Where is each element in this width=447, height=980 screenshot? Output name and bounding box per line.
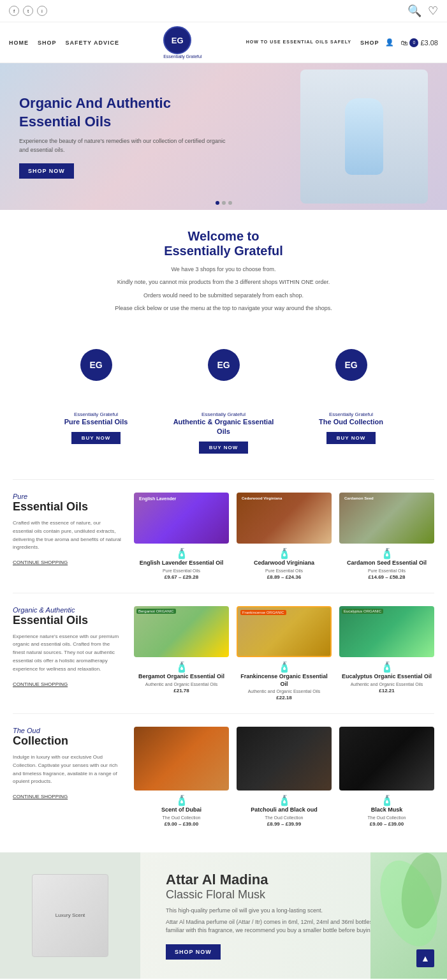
instagram-icon[interactable]: i xyxy=(37,6,47,16)
product-cedarwood: Cedarwood Virginiana 🧴 Cedarwood Virgini… xyxy=(237,493,332,580)
hero-dot-2[interactable] xyxy=(222,201,226,205)
hero-bottle-graphic xyxy=(345,98,383,175)
top-bar: f t i 🔍 ♡ xyxy=(0,0,447,22)
nav-how-to[interactable]: HOW TO USE ESSENTIAL OILS SAFELY xyxy=(246,40,351,46)
pure-title: Essential Oils xyxy=(13,500,121,514)
bergamot-organic-badge: Bergamot ORGANIC xyxy=(136,609,176,614)
cart-icon[interactable]: 🛍 0 £3.08 xyxy=(400,38,438,47)
product-bergamot: Bergamot ORGANIC 🧴 Bergamot Organic Esse… xyxy=(134,606,229,701)
cardamon-price: £14.69 – £58.28 xyxy=(339,574,434,580)
eucalyptus-name: Eucalyptus Organic Essential Oil xyxy=(339,673,434,681)
frankincense-price: £22.18 xyxy=(237,695,332,701)
product-img-cardamon[interactable]: Cardamon Seed xyxy=(339,493,434,544)
hero-shop-button[interactable]: SHOP NOW xyxy=(19,163,74,179)
nav-shop[interactable]: SHOP xyxy=(38,40,57,46)
oud-desc: Indulge in luxury with our exclusive Oud… xyxy=(13,754,121,786)
account-icon[interactable]: 👤 xyxy=(385,38,394,47)
dubai-cat: The Oud Collection xyxy=(134,815,229,820)
nav-shop-right[interactable]: SHOP xyxy=(360,40,379,46)
promo-shop-button[interactable]: SHOP NOW xyxy=(166,944,221,960)
pure-section-info: Pure Essential Oils Crafted with the ess… xyxy=(13,493,121,566)
wishlist-icon[interactable]: ♡ xyxy=(428,4,438,18)
shop-brand-2: Essentially Grateful xyxy=(166,412,281,417)
bergamot-cat: Authentic and Organic Essential Oils xyxy=(134,682,229,687)
musk-name: Black Musk xyxy=(339,806,434,814)
nav-logo[interactable]: EG Essentially Grateful xyxy=(163,26,202,59)
product-img-frankincense[interactable]: Frankincense ORGANIC xyxy=(237,606,332,657)
cardamon-label: Cardamon Seed xyxy=(342,495,376,501)
shop-card-logo-oud: EG xyxy=(323,349,380,406)
buy-oud-button[interactable]: BUY NOW xyxy=(326,432,376,444)
cart-amount: £3.08 xyxy=(420,39,438,47)
promo-book-graphic: Luxury Scent xyxy=(32,874,108,957)
organic-continue-link[interactable]: CONTINUE SHOPPING xyxy=(13,681,68,687)
shop-logo-eg-2: EG xyxy=(208,349,240,381)
product-img-eucalyptus[interactable]: Eucalyptus ORGANIC xyxy=(339,606,434,657)
pure-tag: Pure xyxy=(13,493,121,500)
pure-continue-link[interactable]: CONTINUE SHOPPING xyxy=(13,560,68,565)
shop-logo-eg-1: EG xyxy=(80,349,112,381)
product-img-dubai[interactable] xyxy=(134,727,229,791)
product-img-cedarwood[interactable]: Cedarwood Virginiana xyxy=(237,493,332,544)
oud-continue-link[interactable]: CONTINUE SHOPPING xyxy=(13,794,68,799)
cardamon-cat: Pure Essential Oils xyxy=(339,568,434,573)
welcome-para4: Please click below or use the menu at th… xyxy=(64,304,383,313)
cedarwood-cat: Pure Essential Oils xyxy=(237,568,332,573)
bottle-icon-9: 🧴 xyxy=(339,794,434,806)
bottle-icon-1: 🧴 xyxy=(134,547,229,560)
buy-organic-button[interactable]: BUY NOW xyxy=(199,442,249,454)
organic-products-grid: Bergamot ORGANIC 🧴 Bergamot Organic Esse… xyxy=(134,606,434,701)
facebook-icon[interactable]: f xyxy=(9,6,19,16)
social-icons: f t i xyxy=(9,6,47,16)
hero-dots xyxy=(216,201,232,205)
patchouli-name: Patchouli and Black oud xyxy=(237,806,332,814)
nav-right-links: HOW TO USE ESSENTIAL OILS SAFELY SHOP xyxy=(246,40,379,46)
product-img-bergamot[interactable]: Bergamot ORGANIC xyxy=(134,606,229,657)
lavender-cat: Pure Essential Oils xyxy=(134,568,229,573)
dubai-price: £9.00 – £39.00 xyxy=(134,821,229,827)
product-dubai: 🧴 Scent of Dubai The Oud Collection £9.0… xyxy=(134,727,229,827)
hero-desc: Experience the beauty of nature's remedi… xyxy=(19,137,227,154)
hero-dot-3[interactable] xyxy=(228,201,232,205)
scroll-up-button[interactable]: ▲ xyxy=(416,949,434,967)
oud-section: The Oud Collection Indulge in luxury wit… xyxy=(0,714,447,840)
organic-desc: Experience nature's essence with our pre… xyxy=(13,633,121,674)
cart-badge: 0 xyxy=(409,38,418,47)
hero-image xyxy=(300,70,428,204)
frankincense-organic-badge: Frankincense ORGANIC xyxy=(240,610,286,615)
hero-banner: Organic And Authentic Essential Oils Exp… xyxy=(0,63,447,210)
musk-cat: The Oud Collection xyxy=(339,815,434,820)
eucalyptus-organic-badge: Eucalyptus ORGANIC xyxy=(342,609,383,614)
welcome-para1: We have 3 shops for you to choose from. xyxy=(64,265,383,274)
product-patchouli: 🧴 Patchouli and Black oud The Oud Collec… xyxy=(237,727,332,827)
search-icon[interactable]: 🔍 xyxy=(407,4,421,18)
oud-title: Collection xyxy=(13,734,121,748)
eucalyptus-price: £12.21 xyxy=(339,688,434,694)
twitter-icon[interactable]: t xyxy=(23,6,33,16)
patchouli-price: £8.99 – £39.99 xyxy=(237,821,332,827)
promo-banner: Luxury Scent Attar Al Madina Classic Flo… xyxy=(0,852,447,979)
product-img-patchouli[interactable] xyxy=(237,727,332,791)
product-img-lavender[interactable]: English Lavender xyxy=(134,493,229,544)
shop-brand-3: Essentially Grateful xyxy=(294,412,409,417)
organic-title: Essential Oils xyxy=(13,614,121,628)
oud-section-info: The Oud Collection Indulge in luxury wit… xyxy=(13,727,121,800)
product-cardamon: Cardamon Seed 🧴 Cardamon Seed Essential … xyxy=(339,493,434,580)
bottle-icon-4: 🧴 xyxy=(134,661,229,673)
cedarwood-label: Cedarwood Virginiana xyxy=(239,495,284,501)
shop-card-logo-pure: EG xyxy=(68,349,125,406)
promo-left-image: Luxury Scent xyxy=(0,852,140,979)
cart-bag-icon: 🛍 xyxy=(400,39,407,47)
product-musk: 🧴 Black Musk The Oud Collection £9.00 – … xyxy=(339,727,434,827)
buy-pure-button[interactable]: BUY NOW xyxy=(71,432,121,444)
organic-section-info: Organic & Authentic Essential Oils Exper… xyxy=(13,606,121,688)
cedarwood-price: £8.89 – £24.36 xyxy=(237,574,332,580)
nav-safety[interactable]: SAFETY ADVICE xyxy=(66,40,120,46)
product-img-musk[interactable] xyxy=(339,727,434,791)
nav-home[interactable]: HOME xyxy=(9,40,29,46)
hero-dot-1[interactable] xyxy=(216,201,219,205)
lavender-label: English Lavender xyxy=(136,495,179,502)
nav-links: HOME SHOP SAFETY ADVICE xyxy=(9,40,119,46)
hero-content: Organic And Authentic Essential Oils Exp… xyxy=(0,75,246,198)
frankincense-cat: Authentic and Organic Essential Oils xyxy=(237,689,332,694)
